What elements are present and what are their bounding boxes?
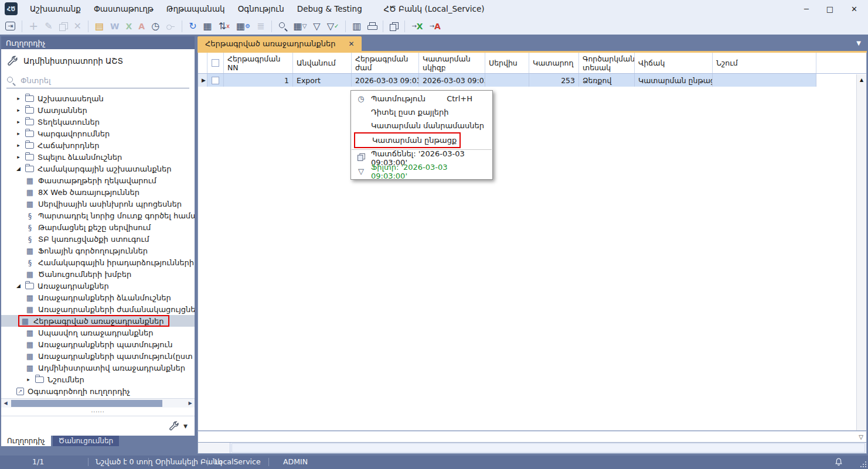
menu-item-view-by-steps[interactable]: Դիտել ըստ քայլերի <box>351 105 492 119</box>
grid-vertical-scrollbar[interactable]: ▲ <box>856 74 866 430</box>
tree-item-async-processes[interactable]: ▦Սերվիսային ասինխրոն պրոցեսներ <box>1 198 195 210</box>
edit-icon[interactable]: ✎ <box>45 22 52 31</box>
expander-icon[interactable]: ▸ <box>15 95 22 101</box>
document-icon[interactable]: ▤ <box>95 22 104 31</box>
export-to-pdf-icon[interactable]: →A <box>430 22 441 30</box>
toggle-navigator-icon[interactable]: ⇥ <box>5 22 15 30</box>
tree-item-system-event-notify[interactable]: §Համակարգային իրադարձությունների ծանուցո <box>1 256 195 268</box>
col-header-start-time[interactable]: Կատարման սկիզբ <box>419 53 485 73</box>
expander-icon[interactable]: ▸ <box>15 131 22 136</box>
tab-queued-tasks[interactable]: Հերթագրված առաջադրանքներ ✕ <box>198 36 362 51</box>
delete-icon[interactable]: ✕ <box>74 22 81 31</box>
tab-navigator[interactable]: Ուղղորդիչ <box>1 436 51 446</box>
sidebar-horizontal-scrollbar[interactable]: ◀ ▶ <box>1 398 195 408</box>
tree-item-system-tasks[interactable]: ◢Համակարգային աշխատանքներ <box>1 163 195 174</box>
col-header-queued-time[interactable]: Հերթագրման ժամ <box>352 53 419 73</box>
admin-workstation-link[interactable]: Ադմինիստրատորի ԱՇՏ <box>1 49 195 69</box>
grid-filter-row[interactable]: ▽ <box>198 431 867 443</box>
col-header-service[interactable]: Սերվիս <box>485 53 529 73</box>
col-header-queue-nn[interactable]: Հերթագրման NN <box>224 53 293 73</box>
bell-icon[interactable] <box>834 457 843 468</box>
footer-filter-cell[interactable] <box>232 443 865 453</box>
close-button[interactable]: ✕ <box>851 5 857 13</box>
menu-item-execution-progress[interactable]: Կատարման ընթացք <box>351 132 492 148</box>
export-to-excel-icon[interactable]: →X <box>411 22 423 30</box>
tree-item-task-templates[interactable]: ▦Առաջադրանքների ձևանմուշներ <box>1 292 195 303</box>
tree-item-task-history[interactable]: ▦Առաջադրանքների պատմություն <box>1 338 195 350</box>
tree-item-notes[interactable]: ▸Նշումներ <box>1 374 195 385</box>
tree-item-doc-management[interactable]: ▦Փաստաթղթերի ղեկավարում <box>1 174 195 186</box>
grid-filter-icon[interactable]: ▦▽ <box>294 22 307 31</box>
tree-filter-input[interactable]: Փնտրել <box>6 76 189 88</box>
menu-item-execution-details[interactable]: Կատարման մանրամասներ <box>351 119 492 132</box>
add-icon[interactable]: + <box>29 20 38 32</box>
tree-item-notification-groups[interactable]: ▦Ծանուցումների խմբեր <box>1 268 195 280</box>
export-word-icon[interactable]: W <box>110 22 119 30</box>
filter-icon[interactable]: ▽ <box>859 434 863 440</box>
expander-icon[interactable]: ▸ <box>25 376 32 382</box>
resize-grip[interactable] <box>860 461 866 467</box>
tree-item-clients[interactable]: ▸Հաճախորդներ <box>1 139 195 151</box>
tree-item-force-relogin[interactable]: §Պարտադրել նորից մուտք գործել համակարգ <box>1 210 195 221</box>
grid-icon[interactable]: ▦ <box>203 22 212 31</box>
col-header-name[interactable]: Անվանում <box>293 53 352 73</box>
splitter-handle[interactable]: ...... <box>1 408 195 416</box>
scroll-thumb[interactable] <box>11 400 162 407</box>
tree-item-background-operations[interactable]: ▦Ֆոնային գործողություններ <box>1 245 195 256</box>
tab-close-icon[interactable]: ✕ <box>348 40 354 48</box>
tree-item-tasks[interactable]: ◢Առաջադրանքներ <box>1 280 195 292</box>
menu-help[interactable]: Օգնություն <box>232 2 291 16</box>
tab-list-dropdown-icon[interactable]: ▼ <box>856 40 861 46</box>
tree-item-journals[interactable]: ▸Մատյաններ <box>1 104 195 116</box>
preview-icon[interactable]: ▥ <box>352 22 361 31</box>
tree-item-admin-tasks[interactable]: ▦Ադմինիստրատիվ առաջադրանքներ <box>1 362 195 374</box>
tree-item-pending-tasks[interactable]: ▦Սպասվող առաջադրանքներ <box>1 327 195 338</box>
select-all-checkbox[interactable] <box>207 53 224 73</box>
col-header-launch-type[interactable]: Գործարկման տեսակ <box>579 53 635 73</box>
copy-grid-icon[interactable] <box>390 22 398 30</box>
tree-item-user-navigator[interactable]: ↗Օգտագործողի ուղղորդիչ <box>1 385 195 397</box>
expander-icon[interactable]: ▸ <box>15 107 22 113</box>
tree-item-print-templates[interactable]: ▸Տպելու ձևանմուշներ <box>1 151 195 163</box>
row-checkbox[interactable] <box>207 74 224 87</box>
tree-item-task-schedules[interactable]: ▦Առաջադրանքների ժամանակացույցներ <box>1 303 195 315</box>
tab-notifications[interactable]: Ծանուցումներ <box>53 436 119 446</box>
export-pdf-icon[interactable]: A <box>138 22 145 30</box>
tree-item-settings[interactable]: ▸Կարգավորումներ <box>1 128 195 139</box>
expander-icon[interactable]: ▸ <box>15 142 22 148</box>
copy-icon[interactable] <box>59 22 67 30</box>
tree-item-directories[interactable]: ▸Տեղեկատուներ <box>1 116 195 128</box>
tree-item-refresh-cache[interactable]: §Թարմացնել քեշը սերվիսում <box>1 221 195 233</box>
tree-item-queued-tasks[interactable]: ▦ Հերթագրված առաջադրանքներ <box>1 315 195 327</box>
scroll-left-icon[interactable]: ◀ <box>1 400 10 406</box>
tree-item-desktop[interactable]: ▸Աշխատասեղան <box>1 93 195 104</box>
col-header-executor[interactable]: Կատարող <box>529 53 579 73</box>
tree-item-db-structure-check[interactable]: §ՏԲ կառուցվածքի ստուգում <box>1 233 195 245</box>
col-header-note[interactable]: Նշում <box>713 53 816 73</box>
col-header-state[interactable]: Վիճակ <box>635 53 713 73</box>
scroll-right-icon[interactable]: ▶ <box>186 400 195 406</box>
chevron-down-icon[interactable]: ▼ <box>183 423 188 429</box>
hierarchy-icon[interactable]: ≣ <box>257 22 264 31</box>
menu-item-history[interactable]: ◷ Պատմություն Ctrl+H <box>351 92 492 105</box>
key-icon[interactable] <box>166 22 175 31</box>
scroll-up-icon[interactable]: ▲ <box>857 74 866 83</box>
menu-document[interactable]: Փաստաթուղթ <box>87 2 160 16</box>
tree-item-task-history-by-steps[interactable]: ▦Առաջադրանքների պատմություն(ըստ քայլերի) <box>1 350 195 362</box>
expander-icon[interactable]: ◢ <box>15 283 22 289</box>
tree-item-web-services[interactable]: ▦8X Web ծառայություններ <box>1 186 195 198</box>
menu-work[interactable]: Աշխատանք <box>23 2 87 16</box>
history-icon[interactable]: ◷ <box>151 22 159 31</box>
expander-icon[interactable]: ▸ <box>15 119 22 125</box>
scroll-track[interactable] <box>10 400 186 407</box>
refresh-icon[interactable]: ↻ <box>189 22 196 31</box>
expander-icon[interactable]: ▸ <box>15 154 22 160</box>
export-excel-icon[interactable]: X <box>126 22 132 30</box>
search-icon[interactable] <box>278 22 287 30</box>
menu-debug-testing[interactable]: Debug & Testing <box>291 2 369 16</box>
filter-icon[interactable]: ▽ <box>313 22 320 31</box>
menu-item-filter-value[interactable]: ▽ Ֆիլտր: '2026-03-03 09:03:00' <box>351 165 492 178</box>
maximize-button[interactable]: □ <box>826 5 833 13</box>
menu-folder[interactable]: Թղթապանակ <box>160 2 232 16</box>
minimize-button[interactable]: ─ <box>804 5 809 13</box>
